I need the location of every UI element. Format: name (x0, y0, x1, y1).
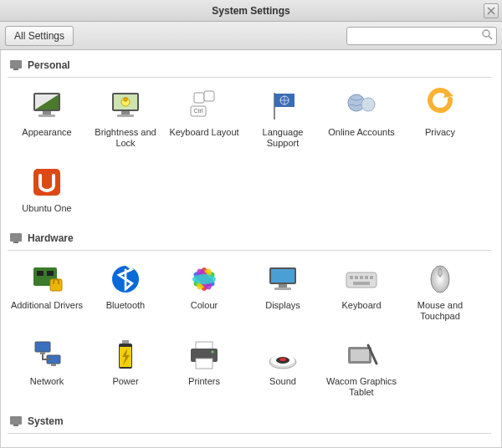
item-ubuntu-one[interactable]: Ubuntu One (8, 160, 86, 217)
item-system-3[interactable] (165, 440, 243, 448)
item-appearance[interactable]: Appearance (8, 84, 86, 152)
mouse-icon (422, 261, 458, 298)
svg-line-1 (489, 36, 492, 39)
svg-rect-50 (353, 282, 370, 285)
item-label: Appearance (22, 127, 71, 138)
svg-rect-13 (124, 98, 127, 101)
details-icon (186, 444, 223, 448)
item-mouse-touchpad[interactable]: Mouse and Touchpad (401, 257, 479, 325)
category-icon (9, 415, 23, 428)
item-sound[interactable]: Sound (243, 333, 322, 401)
section-title: System (28, 415, 64, 427)
item-label: Keyboard (341, 300, 381, 311)
item-label: Bluetooth (106, 300, 145, 311)
svg-rect-73 (10, 416, 22, 425)
language-icon (264, 88, 301, 125)
item-system-1[interactable] (8, 440, 86, 448)
search-input[interactable] (351, 30, 481, 42)
svg-rect-41 (271, 269, 295, 283)
item-system-6[interactable] (401, 440, 479, 448)
item-displays[interactable]: Displays (243, 257, 322, 325)
bluetooth-icon (107, 261, 144, 298)
all-settings-button[interactable]: All Settings (5, 26, 74, 46)
section-header-personal: Personal (8, 57, 491, 78)
item-system-4[interactable] (243, 440, 322, 448)
item-label: Power (112, 376, 138, 387)
item-power[interactable]: Power (86, 333, 165, 401)
section-header-system: System (8, 413, 491, 434)
item-colour[interactable]: Colour (165, 257, 243, 325)
item-keyboard-layout[interactable]: Ctrl Keyboard Layout (165, 84, 243, 152)
svg-point-39 (192, 274, 216, 284)
item-system-5[interactable] (322, 440, 401, 448)
svg-rect-43 (274, 288, 291, 290)
svg-point-24 (361, 98, 375, 111)
datetime-icon (107, 444, 144, 448)
item-brightness-lock[interactable]: Brightness and Lock (86, 84, 165, 152)
svg-rect-55 (40, 352, 45, 354)
universal-access-icon (343, 444, 380, 448)
appearance-icon (28, 88, 65, 125)
svg-rect-47 (360, 276, 363, 279)
item-printers[interactable]: Printers (165, 333, 243, 401)
svg-text:Ctrl: Ctrl (194, 108, 203, 114)
close-icon (487, 7, 495, 15)
section-title: Personal (28, 59, 70, 71)
item-bluetooth[interactable]: Bluetooth (86, 257, 165, 325)
svg-rect-45 (350, 276, 353, 279)
section-header-hardware: Hardware (8, 230, 491, 251)
item-wacom[interactable]: Wacom Graphics Tablet (322, 333, 401, 401)
brightness-icon (107, 88, 144, 125)
item-online-accounts[interactable]: Online Accounts (322, 84, 401, 152)
item-keyboard[interactable]: Keyboard (322, 257, 401, 325)
svg-rect-16 (194, 93, 204, 103)
close-button[interactable] (484, 3, 499, 18)
titlebar: System Settings (0, 0, 502, 22)
svg-rect-74 (13, 425, 18, 426)
svg-rect-28 (13, 242, 18, 243)
category-icon (9, 232, 23, 245)
svg-rect-64 (196, 359, 213, 369)
online-accounts-icon (343, 88, 380, 125)
category-icon (9, 59, 23, 72)
item-label: Printers (188, 376, 220, 387)
window-title: System Settings (212, 5, 289, 17)
wacom-icon (343, 337, 380, 374)
ubuntu-one-icon (28, 164, 65, 201)
item-additional-drivers[interactable]: Additional Drivers (8, 257, 86, 325)
keyboard-layout-icon: Ctrl (186, 88, 223, 125)
item-label: Privacy (425, 127, 455, 138)
svg-rect-14 (121, 111, 130, 115)
item-label: Colour (191, 300, 218, 311)
backup-icon (28, 444, 65, 448)
svg-rect-9 (38, 115, 55, 117)
item-label: Online Accounts (328, 127, 395, 138)
item-label: Displays (265, 300, 300, 311)
item-label: Keyboard Layout (169, 127, 238, 138)
item-label: Brightness and Lock (89, 127, 162, 149)
svg-rect-59 (122, 340, 129, 344)
svg-rect-31 (47, 271, 54, 276)
section-hardware: Hardware Additional Drivers Bluetooth Co… (8, 230, 501, 402)
svg-rect-57 (51, 364, 56, 366)
item-privacy[interactable]: Privacy (401, 84, 479, 152)
item-network[interactable]: Network (8, 333, 86, 401)
item-language-support[interactable]: Language Support (243, 84, 322, 152)
search-field[interactable] (346, 27, 497, 45)
drivers-icon (28, 261, 65, 298)
colour-icon (186, 261, 223, 298)
item-system-2[interactable] (86, 440, 165, 448)
svg-point-0 (483, 30, 489, 37)
item-label: Ubuntu One (22, 203, 71, 214)
item-label: Wacom Graphics Tablet (325, 376, 398, 398)
section-personal: Personal Appearance Brightness and Lock … (8, 57, 501, 218)
item-label: Additional Drivers (11, 300, 83, 311)
svg-rect-32 (50, 279, 62, 291)
svg-rect-48 (365, 276, 368, 279)
svg-rect-27 (10, 233, 22, 242)
svg-rect-15 (117, 115, 134, 117)
item-label: Mouse and Touchpad (403, 300, 477, 322)
svg-rect-8 (43, 111, 51, 115)
keyboard-icon (343, 261, 380, 298)
displays-icon (264, 261, 301, 298)
